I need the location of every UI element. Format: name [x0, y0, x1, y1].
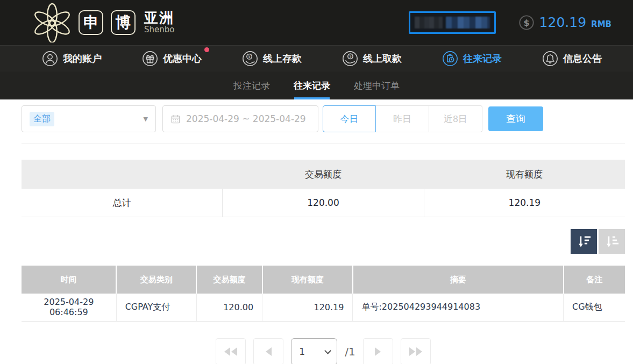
sort-ascending-button[interactable]	[599, 229, 625, 254]
first-page-button[interactable]	[216, 338, 246, 364]
username-redacted-text	[446, 17, 490, 28]
balance-display: $ 120.19 RMB	[518, 15, 611, 31]
date-range-value: 2025-04-29 ~ 2025-04-29	[186, 113, 306, 124]
nav-item-my-account[interactable]: 我的账户	[42, 51, 102, 67]
right-arrow-icon	[375, 347, 381, 356]
tab-label: 投注记录	[233, 80, 270, 92]
header-summary: 摘要	[353, 266, 564, 294]
transaction-records-icon	[442, 51, 458, 67]
pagination: 1 /1	[22, 338, 625, 364]
nav-label: 往来记录	[463, 52, 502, 65]
brand-latin: Shenbo	[144, 26, 174, 34]
dollar-coin-icon: $	[518, 15, 535, 31]
tab-transaction-records[interactable]: 往来记录	[294, 72, 330, 99]
sub-nav: 投注记录 往来记录 处理中订单	[0, 72, 633, 99]
svg-text:$: $	[349, 54, 351, 59]
calendar-icon	[170, 114, 181, 124]
header-transaction-type: 交易类别	[116, 266, 196, 294]
date-range-input[interactable]: 2025-04-29 ~ 2025-04-29	[162, 105, 318, 132]
svg-text:$: $	[523, 18, 529, 28]
gift-icon	[142, 51, 158, 67]
top-header: 申 博 亚洲 Shenbo $ 120.19 RMB	[0, 0, 633, 45]
balance-currency: RMB	[591, 19, 611, 29]
summary-total-balance: 120.19	[424, 189, 625, 217]
previous-page-button[interactable]	[253, 338, 283, 364]
header-time: 时间	[22, 266, 116, 294]
transaction-type-dropdown[interactable]: 全部 ▼	[22, 105, 156, 132]
double-left-arrow-icon	[224, 347, 230, 356]
balance-amount: 120.19	[539, 15, 586, 30]
today-button[interactable]: 今日	[323, 105, 376, 132]
header-current-balance: 现有额度	[262, 266, 353, 294]
summary-header-transaction: 交易额度	[223, 160, 424, 189]
cell-transaction-type: CGPAY支付	[116, 294, 196, 321]
active-tab-underline	[294, 97, 330, 99]
username-redacted-box[interactable]	[409, 11, 496, 34]
sort-controls	[22, 229, 625, 254]
main-content: 全部 ▼ 2025-04-29 ~ 2025-04-29 今日	[0, 105, 633, 364]
nav-item-transaction-records[interactable]: 往来记录	[442, 51, 502, 67]
yesterday-button[interactable]: 昨日	[376, 105, 429, 132]
left-arrow-icon	[266, 347, 272, 356]
nav-label: 线上取款	[363, 52, 402, 65]
sort-descending-icon	[577, 234, 592, 248]
header-note: 备注	[564, 266, 625, 294]
summary-header-empty	[22, 160, 223, 189]
nav-item-promotions[interactable]: 优惠中心	[142, 51, 202, 67]
next-page-button[interactable]	[363, 338, 393, 364]
records-header-row: 时间 交易类别 交易额度 现有额度 摘要 备注	[22, 266, 625, 294]
svg-text:¥: ¥	[248, 54, 251, 59]
transaction-records-page: 申 博 亚洲 Shenbo $ 120.19 RMB	[0, 0, 633, 364]
brand-char-bo: 博	[111, 10, 136, 35]
double-right-arrow-icon	[409, 347, 415, 356]
summary-total-row: 总计 120.00 120.19	[22, 189, 625, 217]
cell-transaction-amount: 120.00	[196, 294, 262, 321]
brand-logo[interactable]: 申 博 亚洲 Shenbo	[33, 3, 174, 42]
tab-pending-orders[interactable]: 处理中订单	[354, 72, 400, 99]
records-table: 时间 交易类别 交易额度 现有额度 摘要 备注 2025-04-29 06:46…	[22, 266, 625, 322]
sort-descending-button[interactable]	[571, 229, 597, 254]
query-button[interactable]: 查询	[488, 106, 543, 131]
last-page-button[interactable]	[401, 338, 431, 364]
cell-current-balance: 120.19	[262, 294, 353, 321]
total-pages-label: /1	[345, 345, 355, 358]
summary-total-label: 总计	[22, 189, 223, 217]
summary-total-transaction: 120.00	[223, 189, 424, 217]
summary-header-balance: 现有额度	[424, 160, 625, 189]
chevron-down-icon: ▼	[144, 116, 148, 123]
quick-date-button-group: 今日 昨日 近8日	[323, 105, 482, 132]
section-divider	[22, 144, 625, 144]
brand-char-shen: 申	[79, 10, 103, 35]
summary-table: 交易额度 现有额度 总计 120.00 120.19	[22, 160, 625, 217]
nav-label: 线上存款	[263, 52, 302, 65]
table-row: 2025-04-29 06:46:59 CGPAY支付 120.00 120.1…	[22, 294, 625, 321]
nav-item-deposit[interactable]: ¥ 线上存款	[242, 51, 302, 67]
tab-label: 处理中订单	[354, 80, 400, 92]
username-redacted-avatar	[415, 17, 443, 28]
filter-row: 全部 ▼ 2025-04-29 ~ 2025-04-29 今日	[22, 105, 625, 132]
last-8-days-button[interactable]: 近8日	[429, 105, 482, 132]
bell-icon	[542, 51, 558, 67]
cell-summary: 单号:202504293944914083	[353, 294, 564, 321]
page-select-wrap: 1	[291, 338, 337, 364]
summary-header-row: 交易额度 现有额度	[22, 160, 625, 189]
tab-betting-records[interactable]: 投注记录	[233, 72, 270, 99]
nav-label: 我的账户	[63, 52, 102, 65]
page-select[interactable]: 1	[291, 338, 337, 364]
withdraw-coin-icon: $	[342, 51, 358, 67]
deposit-coin-icon: ¥	[242, 51, 258, 67]
main-nav: 我的账户 优惠中心 ¥ 线上存款	[0, 45, 633, 72]
cell-time: 2025-04-29 06:46:59	[22, 294, 116, 321]
selected-type-tag: 全部	[30, 112, 54, 126]
user-icon	[42, 51, 58, 67]
tab-label: 往来记录	[294, 80, 330, 92]
notification-dot	[204, 47, 209, 52]
lotus-flower-icon	[33, 3, 71, 42]
nav-label: 优惠中心	[163, 52, 202, 65]
nav-item-announcements[interactable]: 信息公告	[542, 51, 602, 67]
nav-label: 信息公告	[563, 52, 602, 65]
sort-ascending-icon	[604, 234, 620, 248]
brand-region: 亚洲	[144, 11, 174, 25]
nav-item-withdraw[interactable]: $ 线上取款	[342, 51, 402, 67]
header-transaction-amount: 交易额度	[196, 266, 262, 294]
